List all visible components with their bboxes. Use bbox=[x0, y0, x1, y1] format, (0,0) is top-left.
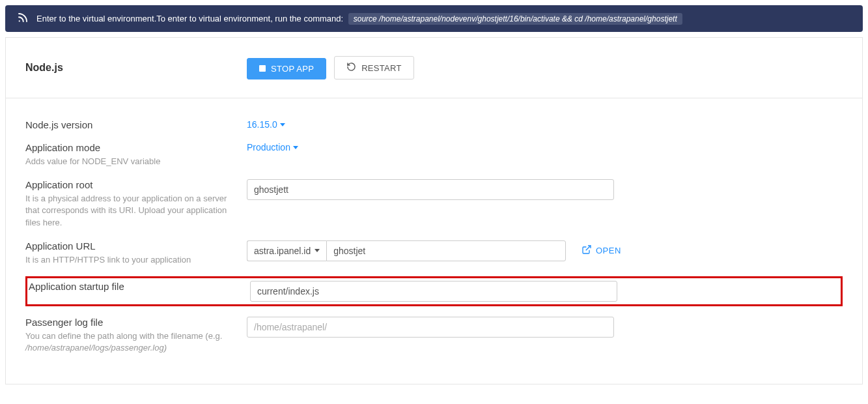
restart-label: RESTART bbox=[361, 63, 402, 73]
version-select[interactable]: 16.15.0 bbox=[247, 119, 285, 130]
stop-app-button[interactable]: STOP APP bbox=[247, 58, 326, 79]
version-label: Node.js version bbox=[25, 119, 234, 130]
url-group: astra.ipanel.id bbox=[247, 240, 566, 261]
startup-label: Application startup file bbox=[29, 281, 237, 292]
root-input[interactable] bbox=[247, 179, 614, 200]
open-icon bbox=[581, 244, 592, 257]
row-startup: Application startup file bbox=[25, 276, 843, 306]
row-root: Application root It is a physical addres… bbox=[25, 178, 843, 230]
url-path-input[interactable] bbox=[326, 240, 566, 261]
mode-label: Application mode bbox=[25, 142, 234, 153]
url-help: It is an HTTP/HTTPS link to your applica… bbox=[25, 254, 234, 266]
log-label: Passenger log file bbox=[25, 317, 234, 328]
stop-icon bbox=[259, 65, 266, 72]
stop-app-label: STOP APP bbox=[271, 64, 314, 74]
restart-button[interactable]: RESTART bbox=[334, 56, 414, 79]
caret-down-icon bbox=[293, 146, 298, 149]
url-label: Application URL bbox=[25, 240, 234, 252]
banner-text: Enter to the virtual environment.To ente… bbox=[36, 14, 682, 23]
caret-down-icon bbox=[280, 123, 285, 126]
page-title: Node.js bbox=[25, 62, 247, 74]
root-help: It is a physical address to your applica… bbox=[25, 193, 234, 229]
svg-point-0 bbox=[19, 20, 20, 22]
rss-icon bbox=[17, 12, 29, 25]
caret-down-icon bbox=[315, 249, 320, 252]
mode-value: Production bbox=[247, 142, 290, 152]
panel-body: Node.js version 16.15.0 Application mode… bbox=[6, 98, 862, 384]
startup-input[interactable] bbox=[250, 281, 617, 302]
header-actions: STOP APP RESTART bbox=[247, 56, 414, 79]
mode-help: Adds value for NODE_ENV variable bbox=[25, 156, 234, 167]
log-input[interactable] bbox=[247, 317, 614, 338]
open-label: OPEN bbox=[596, 246, 621, 255]
svg-line-1 bbox=[586, 246, 591, 250]
version-value: 16.15.0 bbox=[247, 119, 277, 130]
url-domain-value: astra.ipanel.id bbox=[254, 246, 311, 256]
banner-command[interactable]: source /home/astrapanel/nodevenv/ghostje… bbox=[348, 13, 682, 25]
open-link[interactable]: OPEN bbox=[581, 244, 621, 257]
log-help: You can define the path along with the f… bbox=[25, 330, 234, 354]
row-url: Application URL It is an HTTP/HTTPS link… bbox=[25, 239, 843, 267]
info-banner: Enter to the virtual environment.To ente… bbox=[5, 5, 863, 32]
root-label: Application root bbox=[25, 179, 234, 190]
row-version: Node.js version 16.15.0 bbox=[25, 118, 843, 132]
restart-icon bbox=[346, 62, 356, 74]
url-domain-select[interactable]: astra.ipanel.id bbox=[247, 240, 326, 261]
panel-header: Node.js STOP APP RESTART bbox=[6, 38, 862, 98]
mode-select[interactable]: Production bbox=[247, 142, 298, 152]
row-log: Passenger log file You can define the pa… bbox=[25, 315, 843, 355]
app-panel: Node.js STOP APP RESTART Node.js version bbox=[5, 37, 863, 384]
row-mode: Application mode Adds value for NODE_ENV… bbox=[25, 141, 843, 169]
